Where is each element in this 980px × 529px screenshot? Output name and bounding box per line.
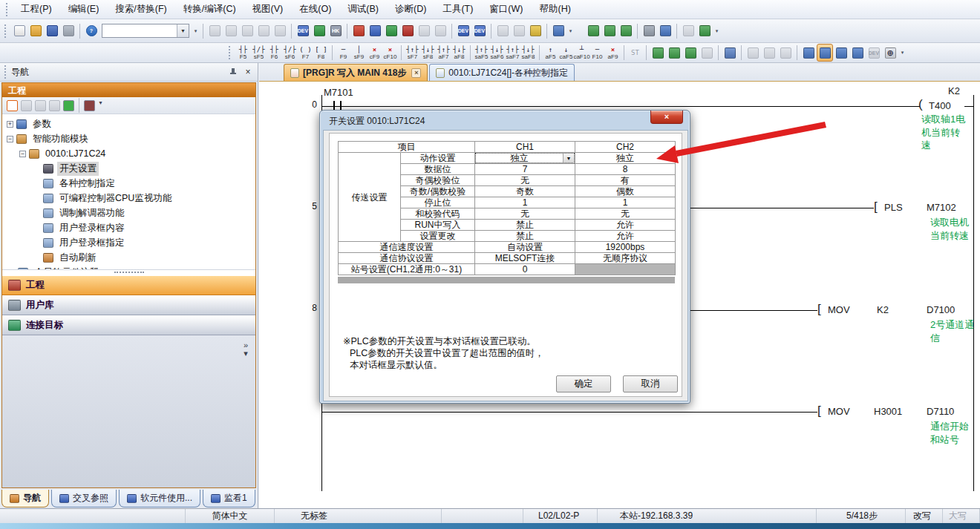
dock-tab-软元件使用...[interactable]: 软元件使用...	[119, 490, 200, 507]
wide-ch1-value-2[interactable]: 0	[475, 264, 575, 275]
wide-ch1-value-0[interactable]: 自动设置	[475, 242, 575, 253]
tab-close-icon[interactable]: ×	[411, 68, 421, 78]
wide-ch2-value-1[interactable]: 无顺序协议	[575, 253, 676, 264]
ch2-value-2[interactable]: 有	[575, 175, 676, 186]
device-find-icon[interactable]: DEV	[295, 22, 311, 40]
ladder-tool-F8[interactable]: [ ]F8	[313, 44, 329, 62]
panel-button-工程[interactable]: 工程	[2, 275, 255, 295]
menu-item-2[interactable]: 搜索/替换(F)	[107, 1, 174, 17]
tree-item-2[interactable]: −0010:LJ71C24	[2, 146, 255, 161]
read-from-plc-icon[interactable]	[367, 22, 383, 40]
note-icon[interactable]	[511, 22, 527, 40]
editor-tab-0[interactable]: [PRG]R 写入 MAIN 418步×	[284, 64, 428, 81]
ch1-value-4[interactable]: 1	[475, 197, 575, 208]
ladder-tool-F7[interactable]: ( )F7	[298, 44, 313, 62]
monitor-start-icon[interactable]	[383, 22, 399, 40]
operation-setting-combo[interactable]: 独立▼	[475, 153, 575, 163]
save-icon[interactable]	[44, 22, 60, 40]
trace-start-icon[interactable]	[601, 22, 618, 40]
collapse-icon[interactable]: −	[7, 136, 13, 142]
toolbar-search-combo[interactable]: ▼	[102, 24, 189, 38]
statement-list-icon[interactable]	[745, 44, 761, 62]
expand-chevrons[interactable]: »▾	[244, 341, 248, 358]
menu-item-9[interactable]: 窗口(W)	[481, 1, 531, 17]
menu-item-8[interactable]: 工具(T)	[434, 1, 481, 17]
pin-icon[interactable]	[229, 68, 237, 76]
ch2-value-5[interactable]: 无	[575, 208, 676, 220]
trace-setting-icon[interactable]	[585, 22, 601, 40]
tree-item-1[interactable]: −智能功能模块	[2, 131, 255, 146]
ladder-tool-ST[interactable]: ST	[627, 44, 643, 62]
project-tree[interactable]: +参数−智能功能模块−0010:LJ71C24开关设置各种控制指定可编程控制器C…	[2, 114, 255, 269]
ladder-tool-caF5[interactable]: ↓caF5	[558, 44, 574, 62]
ch2-value-6[interactable]: 允许	[575, 220, 676, 231]
ladder-tool-sF5[interactable]: ┤/├sF5	[251, 44, 267, 62]
close-panel-icon[interactable]: ×	[243, 67, 253, 77]
ladder-tool-F5[interactable]: ┤├F5	[235, 44, 251, 62]
write-to-plc-icon[interactable]	[350, 22, 367, 40]
wide-ch2-value-0[interactable]: 19200bps	[575, 242, 676, 253]
menu-item-0[interactable]: 工程(P)	[13, 1, 60, 17]
ch1-value-1[interactable]: 7	[475, 164, 575, 175]
display-connection-icon[interactable]	[800, 44, 817, 62]
key-find-icon[interactable]: HK	[327, 22, 344, 40]
tree-item-7[interactable]: 用户登录框内容	[2, 220, 255, 235]
toolbar-overflow-icon[interactable]: ▾	[566, 23, 575, 39]
ladder-tool-cF9[interactable]: ×cF9	[367, 44, 382, 62]
table-scroll-strip[interactable]	[338, 277, 675, 283]
toolbar-overflow-icon[interactable]: ▾	[898, 45, 906, 61]
ladder-tool-F6[interactable]: ┤├F6	[267, 44, 282, 62]
statement-icon[interactable]	[494, 22, 511, 40]
wave-up-icon[interactable]	[696, 22, 713, 40]
ch2-value-1[interactable]: 8	[575, 164, 676, 175]
panel-button-用户库[interactable]: 用户库	[2, 295, 255, 315]
new-file-icon[interactable]	[11, 22, 27, 40]
edit-magnifier-icon[interactable]	[849, 44, 866, 62]
ladder-tool-aF5[interactable]: ↑aF5	[543, 44, 558, 62]
ladder-tool-cF10[interactable]: ×cF10	[382, 44, 398, 62]
tree-item-8[interactable]: 用户登录框指定	[2, 235, 255, 250]
comment-edit-icon[interactable]	[722, 44, 738, 62]
device-display-icon[interactable]: DEV	[455, 22, 471, 40]
edit-disabled-icon[interactable]	[699, 44, 715, 62]
ladder-tool-aF8[interactable]: ┤↓├aF8	[451, 44, 467, 62]
tree-item-4[interactable]: 各种控制指定	[2, 176, 255, 191]
ch2-value-0[interactable]: 独立	[575, 153, 676, 164]
toolbar-grip[interactable]	[4, 24, 7, 38]
edit-contact-icon[interactable]	[650, 44, 666, 62]
menu-item-3[interactable]: 转换/编译(C)	[175, 1, 244, 17]
ladder-tool-F9[interactable]: ─F9	[336, 44, 351, 62]
collapse-icon[interactable]: −	[19, 151, 26, 157]
dialog-close-button[interactable]: ×	[650, 111, 683, 124]
ladder-tool-saF5[interactable]: ┤↑├saF5	[474, 44, 489, 62]
undo-icon[interactable]	[255, 22, 272, 40]
trace-stop-icon[interactable]	[618, 22, 634, 40]
refresh-icon[interactable]	[63, 100, 74, 111]
toolbar-overflow-icon[interactable]: ▾	[192, 23, 200, 39]
redo-icon[interactable]	[272, 22, 288, 40]
dock-tab-监看1[interactable]: 监看1	[203, 490, 255, 507]
tree-item-5[interactable]: 可编程控制器CPU监视功能	[2, 191, 255, 206]
paste-icon[interactable]	[239, 22, 255, 40]
editor-tab-1[interactable]: 0010:LJ71C24[]-各种控制指定	[429, 64, 575, 81]
ladder-tool-aF7[interactable]: ┤↑├aF7	[436, 44, 451, 62]
tree-item-9[interactable]: 自动刷新	[2, 250, 255, 265]
ladder-tool-sF6[interactable]: ┤/├sF6	[282, 44, 298, 62]
doc-find-icon[interactable]	[761, 44, 777, 62]
combo-dropdown-icon[interactable]: ▼	[563, 154, 574, 162]
find-magnifier-icon[interactable]	[833, 44, 849, 62]
device-display2-icon[interactable]: DEV	[471, 22, 488, 40]
wide-ch1-value-1[interactable]: MELSOFT连接	[475, 253, 575, 264]
ladder-tool-caF10[interactable]: ┴caF10	[574, 44, 589, 62]
ladder-tool-sF9[interactable]: │sF9	[351, 44, 367, 62]
display-comment-icon[interactable]	[817, 44, 833, 62]
ch1-value-5[interactable]: 无	[475, 208, 575, 220]
ladder-tool-saF6[interactable]: ┤↓├saF6	[489, 44, 505, 62]
copy-icon[interactable]	[223, 22, 239, 40]
tree-item-0[interactable]: +参数	[2, 116, 255, 131]
zoom-icon[interactable]: ⊕	[882, 44, 898, 62]
menu-item-6[interactable]: 调试(B)	[339, 1, 387, 17]
menu-item-4[interactable]: 视图(V)	[244, 1, 292, 17]
wave-disabled-icon[interactable]	[680, 22, 696, 40]
intelligent-monitor-icon[interactable]	[311, 22, 327, 40]
